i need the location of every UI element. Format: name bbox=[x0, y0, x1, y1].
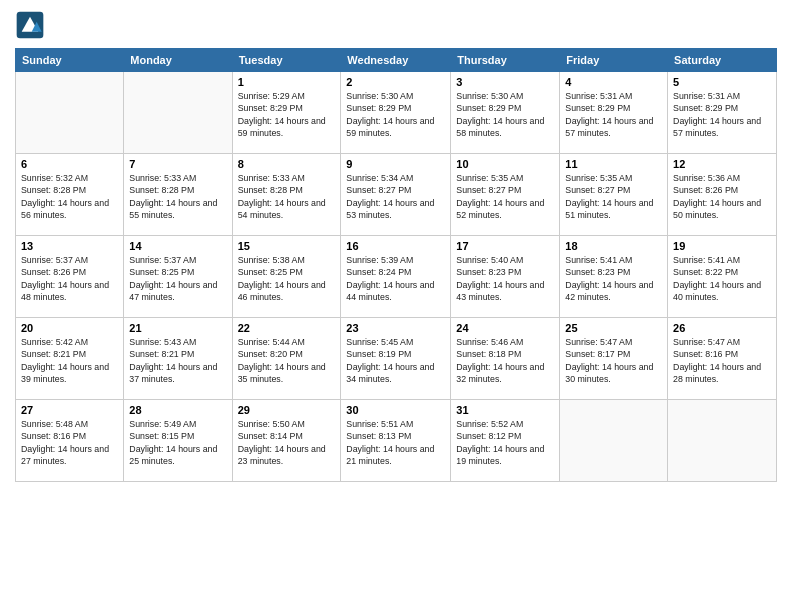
calendar-cell: 20Sunrise: 5:42 AM Sunset: 8:21 PM Dayli… bbox=[16, 318, 124, 400]
day-number: 26 bbox=[673, 322, 771, 334]
calendar-cell: 13Sunrise: 5:37 AM Sunset: 8:26 PM Dayli… bbox=[16, 236, 124, 318]
day-info: Sunrise: 5:45 AM Sunset: 8:19 PM Dayligh… bbox=[346, 336, 445, 385]
calendar-cell: 10Sunrise: 5:35 AM Sunset: 8:27 PM Dayli… bbox=[451, 154, 560, 236]
calendar-cell: 27Sunrise: 5:48 AM Sunset: 8:16 PM Dayli… bbox=[16, 400, 124, 482]
weekday-header-wednesday: Wednesday bbox=[341, 49, 451, 72]
calendar-cell: 7Sunrise: 5:33 AM Sunset: 8:28 PM Daylig… bbox=[124, 154, 232, 236]
day-number: 31 bbox=[456, 404, 554, 416]
day-info: Sunrise: 5:36 AM Sunset: 8:26 PM Dayligh… bbox=[673, 172, 771, 221]
day-number: 11 bbox=[565, 158, 662, 170]
day-info: Sunrise: 5:46 AM Sunset: 8:18 PM Dayligh… bbox=[456, 336, 554, 385]
calendar-cell: 15Sunrise: 5:38 AM Sunset: 8:25 PM Dayli… bbox=[232, 236, 341, 318]
weekday-header-tuesday: Tuesday bbox=[232, 49, 341, 72]
day-info: Sunrise: 5:29 AM Sunset: 8:29 PM Dayligh… bbox=[238, 90, 336, 139]
weekday-header-sunday: Sunday bbox=[16, 49, 124, 72]
day-info: Sunrise: 5:37 AM Sunset: 8:25 PM Dayligh… bbox=[129, 254, 226, 303]
day-number: 4 bbox=[565, 76, 662, 88]
calendar-cell: 17Sunrise: 5:40 AM Sunset: 8:23 PM Dayli… bbox=[451, 236, 560, 318]
day-info: Sunrise: 5:41 AM Sunset: 8:23 PM Dayligh… bbox=[565, 254, 662, 303]
day-info: Sunrise: 5:38 AM Sunset: 8:25 PM Dayligh… bbox=[238, 254, 336, 303]
calendar-cell bbox=[124, 72, 232, 154]
calendar-cell: 9Sunrise: 5:34 AM Sunset: 8:27 PM Daylig… bbox=[341, 154, 451, 236]
day-info: Sunrise: 5:30 AM Sunset: 8:29 PM Dayligh… bbox=[456, 90, 554, 139]
calendar-body: 1Sunrise: 5:29 AM Sunset: 8:29 PM Daylig… bbox=[16, 72, 777, 482]
logo-icon bbox=[15, 10, 45, 40]
day-info: Sunrise: 5:42 AM Sunset: 8:21 PM Dayligh… bbox=[21, 336, 118, 385]
day-number: 12 bbox=[673, 158, 771, 170]
day-number: 18 bbox=[565, 240, 662, 252]
day-number: 7 bbox=[129, 158, 226, 170]
day-info: Sunrise: 5:32 AM Sunset: 8:28 PM Dayligh… bbox=[21, 172, 118, 221]
calendar-cell bbox=[16, 72, 124, 154]
day-info: Sunrise: 5:47 AM Sunset: 8:16 PM Dayligh… bbox=[673, 336, 771, 385]
day-number: 20 bbox=[21, 322, 118, 334]
day-number: 14 bbox=[129, 240, 226, 252]
day-number: 10 bbox=[456, 158, 554, 170]
day-info: Sunrise: 5:33 AM Sunset: 8:28 PM Dayligh… bbox=[129, 172, 226, 221]
week-row-5: 27Sunrise: 5:48 AM Sunset: 8:16 PM Dayli… bbox=[16, 400, 777, 482]
weekday-header-row: SundayMondayTuesdayWednesdayThursdayFrid… bbox=[16, 49, 777, 72]
day-number: 2 bbox=[346, 76, 445, 88]
calendar-cell: 4Sunrise: 5:31 AM Sunset: 8:29 PM Daylig… bbox=[560, 72, 668, 154]
calendar-cell bbox=[668, 400, 777, 482]
page: SundayMondayTuesdayWednesdayThursdayFrid… bbox=[0, 0, 792, 612]
day-info: Sunrise: 5:51 AM Sunset: 8:13 PM Dayligh… bbox=[346, 418, 445, 467]
day-number: 27 bbox=[21, 404, 118, 416]
calendar-cell: 2Sunrise: 5:30 AM Sunset: 8:29 PM Daylig… bbox=[341, 72, 451, 154]
weekday-header-friday: Friday bbox=[560, 49, 668, 72]
day-info: Sunrise: 5:35 AM Sunset: 8:27 PM Dayligh… bbox=[565, 172, 662, 221]
calendar-cell: 30Sunrise: 5:51 AM Sunset: 8:13 PM Dayli… bbox=[341, 400, 451, 482]
calendar-cell: 25Sunrise: 5:47 AM Sunset: 8:17 PM Dayli… bbox=[560, 318, 668, 400]
day-info: Sunrise: 5:41 AM Sunset: 8:22 PM Dayligh… bbox=[673, 254, 771, 303]
day-number: 16 bbox=[346, 240, 445, 252]
day-info: Sunrise: 5:50 AM Sunset: 8:14 PM Dayligh… bbox=[238, 418, 336, 467]
day-number: 30 bbox=[346, 404, 445, 416]
calendar-cell: 29Sunrise: 5:50 AM Sunset: 8:14 PM Dayli… bbox=[232, 400, 341, 482]
day-info: Sunrise: 5:39 AM Sunset: 8:24 PM Dayligh… bbox=[346, 254, 445, 303]
day-number: 13 bbox=[21, 240, 118, 252]
day-number: 17 bbox=[456, 240, 554, 252]
calendar: SundayMondayTuesdayWednesdayThursdayFrid… bbox=[15, 48, 777, 482]
day-number: 28 bbox=[129, 404, 226, 416]
weekday-header-saturday: Saturday bbox=[668, 49, 777, 72]
day-info: Sunrise: 5:47 AM Sunset: 8:17 PM Dayligh… bbox=[565, 336, 662, 385]
logo bbox=[15, 10, 49, 40]
weekday-header-thursday: Thursday bbox=[451, 49, 560, 72]
day-info: Sunrise: 5:40 AM Sunset: 8:23 PM Dayligh… bbox=[456, 254, 554, 303]
week-row-1: 1Sunrise: 5:29 AM Sunset: 8:29 PM Daylig… bbox=[16, 72, 777, 154]
day-number: 25 bbox=[565, 322, 662, 334]
calendar-cell: 14Sunrise: 5:37 AM Sunset: 8:25 PM Dayli… bbox=[124, 236, 232, 318]
day-info: Sunrise: 5:34 AM Sunset: 8:27 PM Dayligh… bbox=[346, 172, 445, 221]
day-info: Sunrise: 5:44 AM Sunset: 8:20 PM Dayligh… bbox=[238, 336, 336, 385]
day-number: 19 bbox=[673, 240, 771, 252]
day-number: 3 bbox=[456, 76, 554, 88]
day-number: 1 bbox=[238, 76, 336, 88]
day-info: Sunrise: 5:48 AM Sunset: 8:16 PM Dayligh… bbox=[21, 418, 118, 467]
calendar-cell: 24Sunrise: 5:46 AM Sunset: 8:18 PM Dayli… bbox=[451, 318, 560, 400]
header bbox=[15, 10, 777, 40]
calendar-cell: 26Sunrise: 5:47 AM Sunset: 8:16 PM Dayli… bbox=[668, 318, 777, 400]
day-info: Sunrise: 5:33 AM Sunset: 8:28 PM Dayligh… bbox=[238, 172, 336, 221]
calendar-cell bbox=[560, 400, 668, 482]
week-row-4: 20Sunrise: 5:42 AM Sunset: 8:21 PM Dayli… bbox=[16, 318, 777, 400]
day-number: 15 bbox=[238, 240, 336, 252]
day-info: Sunrise: 5:43 AM Sunset: 8:21 PM Dayligh… bbox=[129, 336, 226, 385]
calendar-cell: 18Sunrise: 5:41 AM Sunset: 8:23 PM Dayli… bbox=[560, 236, 668, 318]
day-number: 8 bbox=[238, 158, 336, 170]
calendar-cell: 6Sunrise: 5:32 AM Sunset: 8:28 PM Daylig… bbox=[16, 154, 124, 236]
calendar-cell: 12Sunrise: 5:36 AM Sunset: 8:26 PM Dayli… bbox=[668, 154, 777, 236]
day-number: 5 bbox=[673, 76, 771, 88]
calendar-cell: 22Sunrise: 5:44 AM Sunset: 8:20 PM Dayli… bbox=[232, 318, 341, 400]
day-info: Sunrise: 5:35 AM Sunset: 8:27 PM Dayligh… bbox=[456, 172, 554, 221]
calendar-cell: 28Sunrise: 5:49 AM Sunset: 8:15 PM Dayli… bbox=[124, 400, 232, 482]
calendar-header: SundayMondayTuesdayWednesdayThursdayFrid… bbox=[16, 49, 777, 72]
calendar-cell: 8Sunrise: 5:33 AM Sunset: 8:28 PM Daylig… bbox=[232, 154, 341, 236]
calendar-cell: 21Sunrise: 5:43 AM Sunset: 8:21 PM Dayli… bbox=[124, 318, 232, 400]
day-number: 6 bbox=[21, 158, 118, 170]
day-info: Sunrise: 5:52 AM Sunset: 8:12 PM Dayligh… bbox=[456, 418, 554, 467]
calendar-cell: 19Sunrise: 5:41 AM Sunset: 8:22 PM Dayli… bbox=[668, 236, 777, 318]
day-number: 22 bbox=[238, 322, 336, 334]
week-row-3: 13Sunrise: 5:37 AM Sunset: 8:26 PM Dayli… bbox=[16, 236, 777, 318]
day-number: 23 bbox=[346, 322, 445, 334]
day-info: Sunrise: 5:31 AM Sunset: 8:29 PM Dayligh… bbox=[673, 90, 771, 139]
